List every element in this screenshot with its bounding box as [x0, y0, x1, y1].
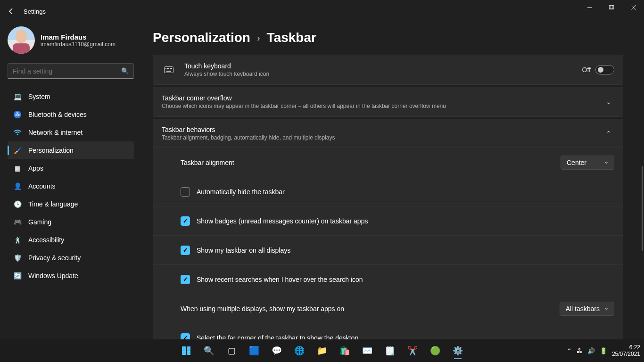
far-corner-row: ✓ Select the far corner of the taskbar t… — [153, 323, 623, 339]
sidebar-item-label: System — [28, 93, 50, 100]
behavior-option-row: ✓Show badges (unread messages counter) o… — [153, 206, 623, 235]
taskbar-start-button[interactable] — [177, 341, 196, 360]
svg-rect-9 — [168, 68, 169, 69]
taskbar-notes-button[interactable]: 🗒️ — [380, 341, 399, 360]
taskbar-search-button[interactable]: 🔍 — [199, 341, 218, 360]
behavior-option-label: Show my taskbar on all displays — [197, 247, 290, 254]
search-input[interactable] — [13, 67, 121, 75]
behavior-checkbox-1[interactable]: ✓ — [181, 216, 190, 226]
sidebar-item-network-internet[interactable]: Network & internet — [8, 123, 134, 141]
sidebar-item-label: Accounts — [28, 182, 56, 190]
tray-volume-icon[interactable]: 🔊 — [587, 347, 595, 354]
svg-rect-6 — [165, 67, 173, 73]
sidebar-item-gaming[interactable]: 🎮Gaming — [8, 213, 134, 231]
sidebar-item-accessibility[interactable]: 🕺Accessibility — [8, 231, 134, 249]
sidebar-item-personalization[interactable]: 🖌️Personalization — [8, 141, 134, 159]
sidebar-item-label: Network & internet — [28, 129, 83, 136]
sidebar-item-apps[interactable]: ▦Apps — [8, 159, 134, 177]
taskbar-widgets-button[interactable]: 🟦 — [245, 341, 264, 360]
taskbar-chrome-button[interactable]: 🟢 — [426, 341, 445, 360]
taskbar-settings-button[interactable]: ⚙️ — [448, 341, 467, 360]
taskbar-store-button[interactable]: 🛍️ — [335, 341, 354, 360]
sidebar-item-system[interactable]: 💻System — [8, 88, 134, 106]
sidebar-item-time-language[interactable]: 🕒Time & language — [8, 195, 134, 213]
sidebar-item-windows-update[interactable]: 🔄Windows Update — [8, 267, 134, 285]
taskbar-chat-button[interactable]: 💬 — [267, 341, 286, 360]
arrow-left-icon — [8, 8, 15, 15]
profile-email: imamfirdaus3110@gmail.com — [41, 41, 116, 48]
keyboard-icon — [164, 66, 174, 73]
profile-name: Imam Firdaus — [41, 33, 116, 41]
sidebar-item-accounts[interactable]: 👤Accounts — [8, 177, 134, 195]
svg-rect-10 — [170, 68, 171, 69]
chevron-down-icon: ⌄ — [603, 98, 614, 106]
search-box[interactable]: 🔍 — [8, 63, 134, 79]
minimize-icon — [587, 5, 592, 10]
svg-rect-8 — [167, 68, 168, 69]
sidebar-item-privacy-security[interactable]: 🛡️Privacy & security — [8, 249, 134, 267]
behavior-option-label: Automatically hide the taskbar — [197, 188, 285, 196]
behavior-checkbox-3[interactable]: ✓ — [181, 275, 190, 284]
close-button[interactable] — [622, 0, 644, 15]
svg-rect-11 — [171, 68, 172, 69]
maximize-icon — [609, 5, 614, 10]
svg-rect-1 — [609, 5, 613, 9]
breadcrumb-parent[interactable]: Personalization — [153, 30, 250, 45]
sidebar-item-label: Time & language — [28, 200, 78, 208]
sidebar-item-bluetooth-devices[interactable]: ⁂Bluetooth & devices — [8, 106, 134, 123]
behaviors-header[interactable]: Taskbar behaviors Taskbar alignment, bad… — [153, 119, 623, 148]
avatar — [8, 26, 35, 54]
touch-keyboard-toggle[interactable]: Off — [582, 65, 614, 74]
sidebar-item-label: Privacy & security — [28, 254, 81, 262]
touch-keyboard-title: Touch keyboard — [184, 62, 582, 70]
behavior-option-label: Show recent searches when I hover over t… — [197, 276, 363, 283]
tray-clock[interactable]: 6:22 25/07/2021 — [612, 344, 640, 358]
window-title: Settings — [24, 8, 46, 15]
system-icon: 💻 — [13, 92, 22, 101]
sidebar-item-label: Apps — [28, 165, 43, 172]
touch-keyboard-row: Touch keyboard Always show touch keyboar… — [153, 55, 623, 84]
multi-display-dropdown[interactable]: All taskbars — [560, 302, 614, 316]
sidebar-item-label: Gaming — [28, 218, 51, 226]
behavior-option-label: Show badges (unread messages counter) on… — [197, 217, 368, 225]
taskbar-snip-button[interactable]: ✂️ — [403, 341, 422, 360]
far-corner-label: Select the far corner of the taskbar to … — [197, 334, 358, 340]
overflow-subtitle: Choose which icons may appear in the tas… — [162, 103, 603, 109]
sidebar-item-label: Personalization — [28, 147, 74, 154]
taskbar-explorer-button[interactable]: 📁 — [313, 341, 331, 360]
time-icon: 🕒 — [13, 200, 22, 208]
sidebar-item-label: Accessibility — [28, 236, 64, 244]
behavior-checkbox-2[interactable]: ✓ — [181, 246, 190, 255]
behavior-checkbox-0[interactable] — [181, 187, 190, 197]
user-profile[interactable]: Imam Firdaus imamfirdaus3110@gmail.com — [8, 26, 134, 54]
bluetooth-icon: ⁂ — [13, 110, 22, 119]
tray-battery-icon[interactable]: 🔋 — [600, 347, 607, 354]
network-icon — [13, 128, 22, 137]
taskbar-edge-button[interactable]: 🌐 — [290, 341, 309, 360]
personalization-icon: 🖌️ — [13, 146, 22, 155]
tray-network-icon[interactable]: 🖧 — [577, 347, 583, 354]
svg-point-5 — [17, 134, 18, 135]
sidebar-item-label: Windows Update — [28, 272, 78, 280]
apps-icon: ▦ — [13, 164, 22, 173]
alignment-dropdown[interactable]: Center — [561, 156, 614, 170]
multi-display-label: When using multiple displays, show my ta… — [181, 305, 560, 313]
overflow-section[interactable]: Taskbar corner overflow Choose which ico… — [153, 87, 623, 116]
taskbar-mail-button[interactable]: ✉️ — [358, 341, 377, 360]
far-corner-checkbox[interactable]: ✓ — [181, 333, 190, 340]
gaming-icon: 🎮 — [13, 218, 22, 226]
scrollbar[interactable] — [641, 51, 643, 338]
tray-overflow-icon[interactable]: ⌃ — [567, 347, 572, 354]
taskbar-taskview-button[interactable]: ▢ — [222, 341, 241, 360]
back-button[interactable] — [4, 4, 19, 19]
close-icon — [631, 5, 636, 10]
chevron-right-icon: › — [257, 33, 260, 43]
touch-keyboard-subtitle: Always show touch keyboard icon — [184, 71, 582, 77]
svg-rect-2 — [610, 5, 614, 9]
chevron-up-icon: ⌃ — [603, 130, 614, 137]
maximize-button[interactable] — [601, 0, 622, 15]
behaviors-subtitle: Taskbar alignment, badging, automaticall… — [162, 134, 603, 141]
behaviors-title: Taskbar behaviors — [162, 126, 603, 133]
minimize-button[interactable] — [579, 0, 601, 15]
page-title: Taskbar — [267, 30, 316, 45]
